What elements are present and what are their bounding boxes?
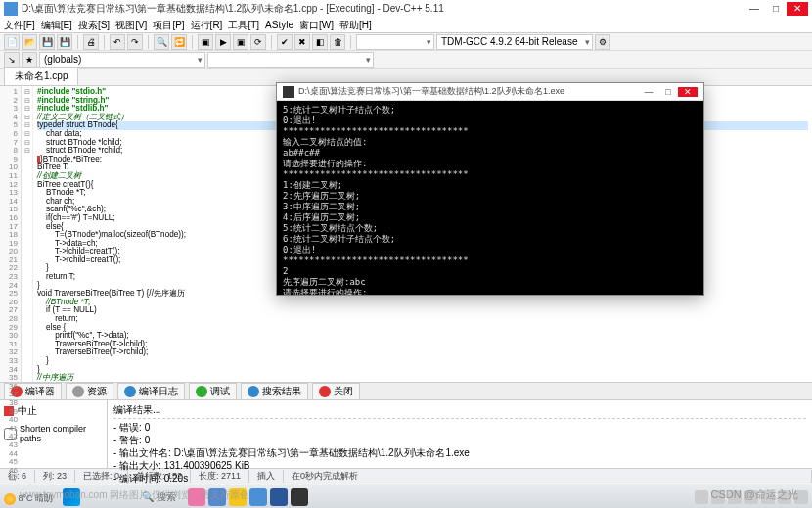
insert-combo[interactable] xyxy=(356,34,434,50)
status-col: 列: 23 xyxy=(35,470,75,483)
menu-search[interactable]: 搜索[S] xyxy=(78,19,110,32)
menu-run[interactable]: 运行[R] xyxy=(191,19,223,32)
dot-icon xyxy=(72,386,84,397)
console-window[interactable]: D:\桌面\算法竞赛日常练习\第一章基础数据结构\1.2队列\未命名1.exe … xyxy=(276,82,704,296)
file-tab[interactable]: 未命名1.cpp xyxy=(4,67,78,85)
dot-icon xyxy=(196,386,207,397)
close-icon xyxy=(319,386,331,397)
compile-log-output[interactable]: 编译结果... - 错误: 0- 警告: 0- 输出文件名: D:\桌面\算法竞… xyxy=(108,400,812,468)
bottom-tab-label: 编译器 xyxy=(25,385,55,398)
find-icon[interactable]: 🔍 xyxy=(154,34,169,50)
rebuild-icon[interactable]: ⟳ xyxy=(250,34,266,50)
undo-icon[interactable]: ↶ xyxy=(110,34,125,50)
compile-run-icon[interactable]: ▣ xyxy=(233,34,248,50)
globals-combo[interactable]: (globals) xyxy=(39,52,205,68)
dot-icon xyxy=(248,386,259,397)
menu-help[interactable]: 帮助[H] xyxy=(339,19,372,32)
bottom-tab-debug[interactable]: 调试 xyxy=(189,383,237,400)
menubar: 文件[F] 编辑[E] 搜索[S] 视图[V] 项目[P] 运行[R] 工具[T… xyxy=(0,18,812,33)
dot-icon xyxy=(124,386,136,397)
save-icon[interactable]: 💾 xyxy=(39,34,55,50)
compile-icon[interactable]: ▣ xyxy=(198,34,213,50)
status-length: 长度: 2711 xyxy=(191,470,249,483)
app-icon xyxy=(4,2,18,16)
window-maximize[interactable]: □ xyxy=(765,2,787,16)
watermark-footer: www.toymoban.com 网络图片 仅供浏览，请支持原创 xyxy=(20,488,249,502)
redo-icon[interactable]: ↷ xyxy=(127,34,143,50)
abort-label: 中止 xyxy=(18,404,37,418)
status-parse: 在0秒内完成解析 xyxy=(284,470,812,483)
menu-window[interactable]: 窗口[W] xyxy=(299,19,334,32)
bottom-tab-label: 调试 xyxy=(210,385,230,398)
line-gutter: 1234567891011121314151617181920212223242… xyxy=(0,86,22,382)
goto-icon[interactable]: ↘ xyxy=(4,52,20,68)
console-icon xyxy=(283,86,294,98)
bottom-tab-resources[interactable]: 资源 xyxy=(66,383,113,400)
fold-column[interactable]: ⊟⊟⊟⊟⊟⊟⊟⊟ xyxy=(22,86,33,382)
console-title: D:\桌面\算法竞赛日常练习\第一章基础数据结构\1.2队列\未命名1.exe xyxy=(298,85,564,98)
compile-log-header: 编译结果... xyxy=(113,403,806,416)
statusbar: 行: 6 列: 23 已选择: 0 总行数: 152 长度: 2711 插入 在… xyxy=(0,468,812,483)
task-icon[interactable] xyxy=(270,488,288,506)
tray-icon[interactable] xyxy=(695,490,708,504)
bottom-tab-close[interactable]: 关闭 xyxy=(312,383,360,400)
toolbar-main: 📄 📂 💾 💾 🖨 ↶ ↷ 🔍 🔁 ▣ ▶ ▣ ⟳ ✔ ✖ ◧ 🗑 TDM-GC… xyxy=(0,33,812,51)
save-all-icon[interactable]: 💾 xyxy=(57,34,72,50)
compile-log-panel: 中止 Shorten compiler paths 编译结果... - 错误: … xyxy=(0,399,812,468)
stop-icon[interactable]: ✖ xyxy=(294,34,310,50)
status-sel: 已选择: 0 xyxy=(75,470,128,483)
status-mode: 插入 xyxy=(249,470,284,483)
window-title: D:\桌面\算法竞赛日常练习\第一章基础数据结构\1.2队列\未命名1.cpp … xyxy=(22,2,444,16)
menu-file[interactable]: 文件[F] xyxy=(4,19,35,32)
menu-project[interactable]: 项目[P] xyxy=(153,19,184,32)
bottom-tab-compilelog[interactable]: 编译日志 xyxy=(117,383,185,400)
shorten-paths-label: Shorten compiler paths xyxy=(20,424,103,443)
window-titlebar: D:\桌面\算法竞赛日常练习\第一章基础数据结构\1.2队列\未命名1.cpp … xyxy=(0,0,812,18)
bottom-tab-label: 资源 xyxy=(87,385,107,398)
bottom-tab-label: 搜索结果 xyxy=(262,385,301,398)
bottom-tab-search[interactable]: 搜索结果 xyxy=(241,383,308,400)
bottom-tab-label: 关闭 xyxy=(334,385,353,398)
window-close[interactable]: ✕ xyxy=(787,2,808,16)
open-file-icon[interactable]: 📂 xyxy=(22,34,37,50)
menu-view[interactable]: 视图[V] xyxy=(115,19,147,32)
console-close[interactable]: ✕ xyxy=(678,87,698,97)
console-maximize[interactable]: □ xyxy=(658,87,678,97)
window-minimize[interactable]: — xyxy=(744,2,765,16)
bookmark-icon[interactable]: ★ xyxy=(22,52,37,68)
symbols-combo[interactable] xyxy=(207,52,374,68)
debug-icon[interactable]: ✔ xyxy=(277,34,293,50)
task-icon[interactable] xyxy=(291,488,308,506)
run-icon[interactable]: ▶ xyxy=(215,34,231,50)
trash-icon[interactable]: 🗑 xyxy=(330,34,345,50)
task-icon[interactable] xyxy=(249,488,267,506)
new-file-icon[interactable]: 📄 xyxy=(4,34,20,50)
status-total: 总行数: 152 xyxy=(128,470,191,483)
menu-tools[interactable]: 工具[T] xyxy=(228,19,259,32)
watermark: CSDN @命运之光 xyxy=(711,487,798,502)
console-output[interactable]: 5:统计二叉树叶子结点个数; 0:退出! *******************… xyxy=(277,101,703,295)
replace-icon[interactable]: 🔁 xyxy=(171,34,187,50)
menu-astyle[interactable]: AStyle xyxy=(265,20,293,30)
console-titlebar[interactable]: D:\桌面\算法竞赛日常练习\第一章基础数据结构\1.2队列\未命名1.exe … xyxy=(277,83,703,101)
console-minimize[interactable]: — xyxy=(639,87,658,97)
profile-icon[interactable]: ◧ xyxy=(312,34,328,50)
compiler-combo[interactable]: TDM-GCC 4.9.2 64-bit Release xyxy=(436,34,593,50)
sun-icon xyxy=(4,493,16,505)
bottom-tab-label: 编译日志 xyxy=(139,385,178,398)
bottom-tabbar: 编译器 资源 编译日志 调试 搜索结果 关闭 xyxy=(0,382,812,399)
print-icon[interactable]: 🖨 xyxy=(83,34,99,50)
toolbar-nav: ↘ ★ (globals) xyxy=(0,51,812,69)
settings-icon[interactable]: ⚙ xyxy=(595,34,610,50)
menu-edit[interactable]: 编辑[E] xyxy=(41,19,72,32)
